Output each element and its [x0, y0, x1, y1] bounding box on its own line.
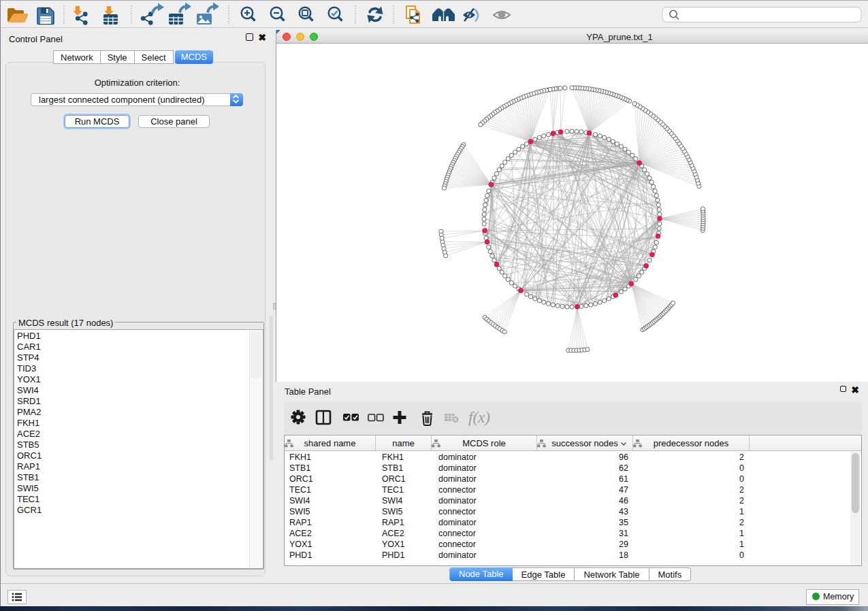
svg-text:f(x): f(x) — [468, 409, 490, 426]
